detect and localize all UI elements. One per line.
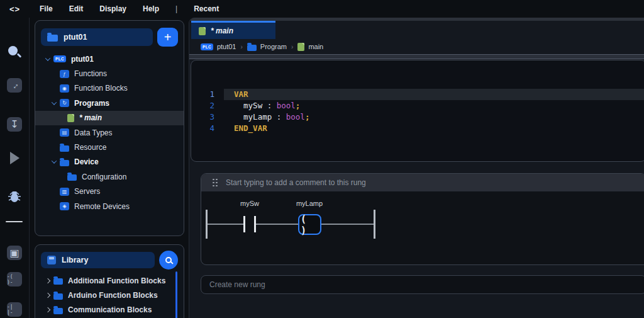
code-brackets-icon: <>: [0, 4, 30, 14]
chevron-right-icon[interactable]: [45, 293, 50, 298]
code-line-3[interactable]: 3 myLamp : bool;: [191, 111, 644, 123]
tree-item-function-blocks[interactable]: ◉Function Blocks: [35, 81, 184, 96]
run-icon[interactable]: [10, 152, 19, 164]
sidebar-divider: [6, 221, 23, 222]
download-button[interactable]: ↧: [7, 117, 22, 132]
breadcrumb-separator: ›: [291, 43, 293, 50]
code-token: ;: [296, 101, 301, 110]
rung-comment-bar[interactable]: Start typing to add a comment to this ru…: [201, 174, 644, 191]
code-line-4[interactable]: 4END_VAR: [191, 123, 644, 134]
functions-icon: ƒ: [60, 70, 69, 78]
file-icon: [199, 27, 206, 35]
servers-icon: ▥: [60, 188, 69, 196]
library-item-communication-blocks[interactable]: Communication Blocks: [35, 303, 184, 317]
contact-element[interactable]: [243, 216, 245, 232]
folder-blue-icon: [53, 293, 63, 300]
coil-tool-icon: -( )-: [7, 274, 22, 285]
debug-button[interactable]: [7, 189, 22, 207]
library-item-additional-function-blocks[interactable]: Additional Function Blocks: [35, 273, 184, 288]
tree-item--main[interactable]: * main: [35, 111, 184, 125]
menu-separator: |: [175, 4, 177, 13]
add-project-item-button[interactable]: +: [157, 28, 178, 47]
search-icon[interactable]: [8, 46, 18, 55]
tree-item-data-types[interactable]: ▤Data Types: [35, 125, 184, 140]
tree-item-device[interactable]: Device: [35, 155, 184, 169]
breadcrumb: PLCptut01›Program›main: [189, 39, 644, 54]
tree-item-resource[interactable]: Resource: [35, 140, 184, 154]
tree-item-label: Device: [74, 157, 99, 166]
line-number: 2: [191, 100, 224, 111]
right-power-rail: [374, 210, 375, 239]
folder-blue-icon: [247, 45, 257, 51]
chevron-slot: [42, 293, 53, 297]
remote-devices-icon: ◈: [60, 202, 69, 210]
monitor-button[interactable]: ▣: [7, 246, 22, 260]
create-new-rung-input[interactable]: Create new rung: [201, 275, 644, 294]
library-item-arduino-function-blocks[interactable]: Arduino Function Blocks: [35, 288, 184, 302]
editor-splitter[interactable]: [189, 54, 644, 59]
code-token: bool: [277, 101, 296, 110]
search-icon: [165, 257, 172, 263]
rung-comment-placeholder: Start typing to add a comment to this ru…: [226, 178, 366, 187]
file-icon: [297, 43, 304, 51]
code-editor[interactable]: 1VAR2 mySw : bool;3 myLamp : bool;4END_V…: [191, 60, 644, 162]
library-scrollbar[interactable]: [175, 271, 177, 318]
code-line-1[interactable]: 1VAR: [191, 89, 644, 100]
project-name-field[interactable]: ptut01: [41, 28, 153, 46]
configuration-icon: [67, 174, 77, 181]
chevron-down-icon[interactable]: [45, 55, 50, 60]
breadcrumb-item-ptut01[interactable]: PLCptut01: [201, 43, 236, 50]
top-menu-bar: <> FileEditDisplayHelp|Recent: [0, 0, 644, 18]
tree-item-servers[interactable]: ▥Servers: [35, 185, 184, 199]
contact-tool-button[interactable]: -| |-: [7, 302, 22, 317]
breadcrumb-label: main: [308, 43, 323, 50]
code-text: VAR: [224, 89, 644, 100]
create-new-rung-placeholder: Create new rung: [209, 280, 265, 289]
breadcrumb-item-main[interactable]: main: [297, 43, 323, 51]
breadcrumb-item-program[interactable]: Program: [247, 43, 287, 51]
menu-item-display[interactable]: Display: [99, 4, 126, 13]
chevron-down-icon[interactable]: [52, 159, 57, 164]
menu-item-file[interactable]: File: [40, 4, 53, 13]
debug-bug-icon: [7, 189, 22, 204]
code-line-2[interactable]: 2 mySw : bool;: [191, 100, 644, 111]
project-name: ptut01: [64, 33, 87, 42]
chevron-right-icon[interactable]: [45, 307, 50, 312]
drag-handle-icon[interactable]: [213, 179, 218, 187]
tree-item-programs[interactable]: ↻Programs: [35, 96, 184, 110]
download-icon: ↧: [10, 118, 18, 130]
tab-main[interactable]: * main: [191, 21, 275, 39]
folder-blue-icon: [53, 278, 63, 285]
chevron-slot: [48, 160, 60, 164]
library-search-button[interactable]: [159, 251, 178, 270]
menu-item-help[interactable]: Help: [143, 4, 159, 13]
ladder-diagram: mySw myLamp ( ): [201, 191, 644, 265]
project-panel: ptut01 + PLCptut01ƒFunctions◉Function Bl…: [35, 20, 184, 236]
project-folder-icon: [47, 35, 58, 42]
monitor-icon: ▣: [9, 247, 19, 259]
library-header[interactable]: Library: [41, 252, 155, 268]
tree-item-functions[interactable]: ƒFunctions: [35, 66, 184, 81]
line-number: 4: [191, 123, 224, 134]
tree-item-remote-devices[interactable]: ◈Remote Devices: [35, 199, 184, 213]
file-icon: [67, 114, 74, 122]
wire-segment: [208, 224, 243, 225]
chevron-down-icon[interactable]: [52, 99, 57, 105]
device-icon: [60, 160, 69, 166]
breadcrumb-label: Program: [260, 43, 287, 50]
tree-item-ptut01[interactable]: PLCptut01: [35, 52, 184, 66]
coil-element-selected[interactable]: ( ): [298, 214, 321, 235]
function-blocks-icon: ◉: [60, 84, 69, 93]
chevron-right-icon[interactable]: [45, 278, 50, 283]
tree-item-configuration[interactable]: Configuration: [35, 169, 184, 184]
wire-segment: [321, 224, 374, 225]
chevron-slot: [48, 101, 60, 105]
contact-label: mySw: [231, 200, 269, 207]
menu-item-edit[interactable]: Edit: [69, 4, 84, 13]
coil-tool-button[interactable]: -( )-: [7, 272, 22, 287]
tree-item-label: Data Types: [74, 128, 112, 137]
menu-item-recent[interactable]: Recent: [194, 4, 219, 13]
library-item-label: Communication Blocks: [68, 305, 152, 314]
code-text: mySw : bool;: [224, 100, 644, 111]
connect-button[interactable]: ↔: [7, 78, 22, 93]
